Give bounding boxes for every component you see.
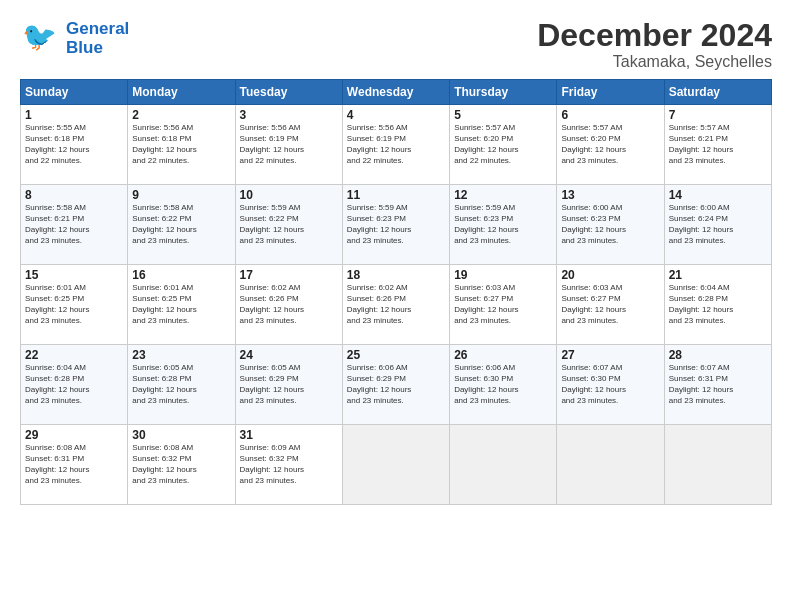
calendar-cell: 28Sunrise: 6:07 AM Sunset: 6:31 PM Dayli… [664, 345, 771, 425]
day-number: 12 [454, 188, 552, 202]
calendar-cell: 27Sunrise: 6:07 AM Sunset: 6:30 PM Dayli… [557, 345, 664, 425]
day-number: 26 [454, 348, 552, 362]
day-info: Sunrise: 6:01 AM Sunset: 6:25 PM Dayligh… [25, 283, 123, 326]
col-tuesday: Tuesday [235, 80, 342, 105]
col-monday: Monday [128, 80, 235, 105]
day-number: 18 [347, 268, 445, 282]
calendar-cell: 2Sunrise: 5:56 AM Sunset: 6:18 PM Daylig… [128, 105, 235, 185]
day-info: Sunrise: 5:58 AM Sunset: 6:22 PM Dayligh… [132, 203, 230, 246]
col-sunday: Sunday [21, 80, 128, 105]
day-number: 16 [132, 268, 230, 282]
calendar-cell: 30Sunrise: 6:08 AM Sunset: 6:32 PM Dayli… [128, 425, 235, 505]
day-number: 23 [132, 348, 230, 362]
calendar-cell: 14Sunrise: 6:00 AM Sunset: 6:24 PM Dayli… [664, 185, 771, 265]
header: 🐦 General Blue December 2024 Takamaka, S… [20, 18, 772, 71]
day-number: 20 [561, 268, 659, 282]
logo-text-line1: General [66, 20, 129, 39]
day-info: Sunrise: 6:09 AM Sunset: 6:32 PM Dayligh… [240, 443, 338, 486]
day-number: 22 [25, 348, 123, 362]
day-number: 13 [561, 188, 659, 202]
day-info: Sunrise: 5:59 AM Sunset: 6:23 PM Dayligh… [347, 203, 445, 246]
day-info: Sunrise: 5:56 AM Sunset: 6:18 PM Dayligh… [132, 123, 230, 166]
day-info: Sunrise: 6:04 AM Sunset: 6:28 PM Dayligh… [669, 283, 767, 326]
day-number: 14 [669, 188, 767, 202]
calendar-cell: 5Sunrise: 5:57 AM Sunset: 6:20 PM Daylig… [450, 105, 557, 185]
day-number: 10 [240, 188, 338, 202]
calendar-cell: 9Sunrise: 5:58 AM Sunset: 6:22 PM Daylig… [128, 185, 235, 265]
calendar-cell: 17Sunrise: 6:02 AM Sunset: 6:26 PM Dayli… [235, 265, 342, 345]
day-number: 29 [25, 428, 123, 442]
day-number: 5 [454, 108, 552, 122]
calendar-cell: 20Sunrise: 6:03 AM Sunset: 6:27 PM Dayli… [557, 265, 664, 345]
calendar-location: Takamaka, Seychelles [537, 53, 772, 71]
calendar-cell [557, 425, 664, 505]
day-info: Sunrise: 5:58 AM Sunset: 6:21 PM Dayligh… [25, 203, 123, 246]
day-info: Sunrise: 5:56 AM Sunset: 6:19 PM Dayligh… [240, 123, 338, 166]
col-friday: Friday [557, 80, 664, 105]
calendar-header-row: Sunday Monday Tuesday Wednesday Thursday… [21, 80, 772, 105]
day-number: 4 [347, 108, 445, 122]
calendar-title: December 2024 [537, 18, 772, 53]
calendar-cell [342, 425, 449, 505]
col-thursday: Thursday [450, 80, 557, 105]
day-number: 7 [669, 108, 767, 122]
day-info: Sunrise: 6:05 AM Sunset: 6:28 PM Dayligh… [132, 363, 230, 406]
day-number: 11 [347, 188, 445, 202]
day-info: Sunrise: 6:06 AM Sunset: 6:29 PM Dayligh… [347, 363, 445, 406]
day-info: Sunrise: 6:04 AM Sunset: 6:28 PM Dayligh… [25, 363, 123, 406]
day-info: Sunrise: 6:03 AM Sunset: 6:27 PM Dayligh… [454, 283, 552, 326]
day-number: 27 [561, 348, 659, 362]
day-number: 9 [132, 188, 230, 202]
day-number: 1 [25, 108, 123, 122]
calendar-cell [664, 425, 771, 505]
day-number: 21 [669, 268, 767, 282]
day-number: 8 [25, 188, 123, 202]
calendar-cell: 15Sunrise: 6:01 AM Sunset: 6:25 PM Dayli… [21, 265, 128, 345]
day-info: Sunrise: 6:00 AM Sunset: 6:24 PM Dayligh… [669, 203, 767, 246]
calendar-cell [450, 425, 557, 505]
day-number: 31 [240, 428, 338, 442]
calendar-cell: 18Sunrise: 6:02 AM Sunset: 6:26 PM Dayli… [342, 265, 449, 345]
day-info: Sunrise: 5:57 AM Sunset: 6:20 PM Dayligh… [454, 123, 552, 166]
day-info: Sunrise: 5:56 AM Sunset: 6:19 PM Dayligh… [347, 123, 445, 166]
calendar-week-2: 8Sunrise: 5:58 AM Sunset: 6:21 PM Daylig… [21, 185, 772, 265]
day-info: Sunrise: 6:06 AM Sunset: 6:30 PM Dayligh… [454, 363, 552, 406]
calendar-cell: 12Sunrise: 5:59 AM Sunset: 6:23 PM Dayli… [450, 185, 557, 265]
day-number: 3 [240, 108, 338, 122]
calendar-cell: 19Sunrise: 6:03 AM Sunset: 6:27 PM Dayli… [450, 265, 557, 345]
title-block: December 2024 Takamaka, Seychelles [537, 18, 772, 71]
col-wednesday: Wednesday [342, 80, 449, 105]
logo-text-line2: Blue [66, 39, 129, 58]
day-info: Sunrise: 6:05 AM Sunset: 6:29 PM Dayligh… [240, 363, 338, 406]
calendar-cell: 31Sunrise: 6:09 AM Sunset: 6:32 PM Dayli… [235, 425, 342, 505]
day-info: Sunrise: 6:00 AM Sunset: 6:23 PM Dayligh… [561, 203, 659, 246]
day-number: 2 [132, 108, 230, 122]
day-number: 15 [25, 268, 123, 282]
day-info: Sunrise: 5:59 AM Sunset: 6:22 PM Dayligh… [240, 203, 338, 246]
calendar-cell: 23Sunrise: 6:05 AM Sunset: 6:28 PM Dayli… [128, 345, 235, 425]
day-info: Sunrise: 6:03 AM Sunset: 6:27 PM Dayligh… [561, 283, 659, 326]
calendar-cell: 10Sunrise: 5:59 AM Sunset: 6:22 PM Dayli… [235, 185, 342, 265]
calendar-week-1: 1Sunrise: 5:55 AM Sunset: 6:18 PM Daylig… [21, 105, 772, 185]
calendar-cell: 1Sunrise: 5:55 AM Sunset: 6:18 PM Daylig… [21, 105, 128, 185]
calendar-cell: 7Sunrise: 5:57 AM Sunset: 6:21 PM Daylig… [664, 105, 771, 185]
calendar-cell: 29Sunrise: 6:08 AM Sunset: 6:31 PM Dayli… [21, 425, 128, 505]
day-info: Sunrise: 5:55 AM Sunset: 6:18 PM Dayligh… [25, 123, 123, 166]
page: 🐦 General Blue December 2024 Takamaka, S… [0, 0, 792, 612]
calendar-cell: 4Sunrise: 5:56 AM Sunset: 6:19 PM Daylig… [342, 105, 449, 185]
day-number: 28 [669, 348, 767, 362]
calendar-cell: 21Sunrise: 6:04 AM Sunset: 6:28 PM Dayli… [664, 265, 771, 345]
calendar-cell: 26Sunrise: 6:06 AM Sunset: 6:30 PM Dayli… [450, 345, 557, 425]
svg-text:🐦: 🐦 [22, 20, 57, 53]
col-saturday: Saturday [664, 80, 771, 105]
calendar-week-5: 29Sunrise: 6:08 AM Sunset: 6:31 PM Dayli… [21, 425, 772, 505]
day-info: Sunrise: 5:57 AM Sunset: 6:20 PM Dayligh… [561, 123, 659, 166]
day-info: Sunrise: 5:57 AM Sunset: 6:21 PM Dayligh… [669, 123, 767, 166]
calendar-cell: 24Sunrise: 6:05 AM Sunset: 6:29 PM Dayli… [235, 345, 342, 425]
day-info: Sunrise: 6:07 AM Sunset: 6:30 PM Dayligh… [561, 363, 659, 406]
calendar-cell: 6Sunrise: 5:57 AM Sunset: 6:20 PM Daylig… [557, 105, 664, 185]
day-info: Sunrise: 6:02 AM Sunset: 6:26 PM Dayligh… [347, 283, 445, 326]
logo: 🐦 General Blue [20, 18, 129, 60]
calendar-cell: 16Sunrise: 6:01 AM Sunset: 6:25 PM Dayli… [128, 265, 235, 345]
calendar-cell: 22Sunrise: 6:04 AM Sunset: 6:28 PM Dayli… [21, 345, 128, 425]
